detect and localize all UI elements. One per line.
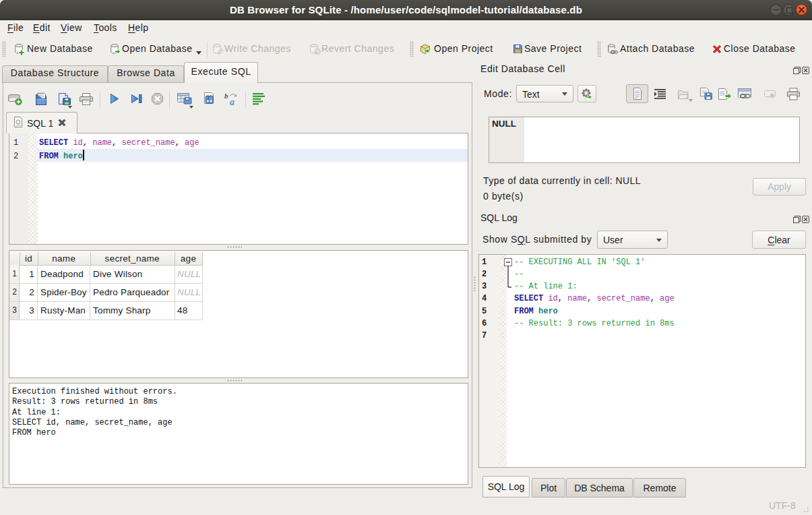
svg-text:b: b [224,92,228,100]
svg-text:a: a [230,97,235,107]
